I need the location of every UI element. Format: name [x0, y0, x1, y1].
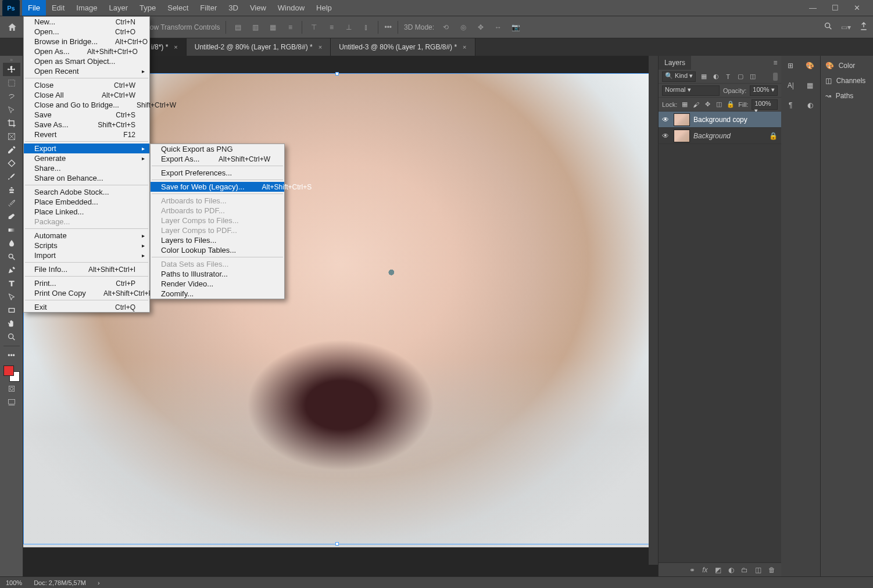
healingbrush-tool[interactable]	[3, 156, 20, 170]
menu-select[interactable]: Select	[162, 0, 194, 16]
menu-filter[interactable]: Filter	[194, 0, 223, 16]
edit-toolbar[interactable]: •••	[3, 349, 20, 362]
menu-item[interactable]: Browse in Bridge...Alt+Ctrl+O	[24, 37, 149, 46]
delete-layer-icon[interactable]: 🗑	[768, 566, 775, 574]
home-icon[interactable]	[5, 20, 20, 35]
menu-item[interactable]: Place Embedded...	[24, 197, 149, 207]
filter-toggle[interactable]	[773, 73, 778, 81]
menu-item[interactable]: Render Video...	[151, 279, 284, 289]
opacity-field[interactable]: 100% ▾	[750, 85, 777, 96]
collapsed-panel-channels[interactable]: ◫Channels	[821, 73, 873, 88]
search-icon[interactable]	[824, 21, 833, 33]
menu-item[interactable]: Paths to Illustrator...	[151, 269, 284, 279]
adjustment-layer-icon[interactable]: ◐	[728, 566, 734, 574]
distribute-icon[interactable]: ⫿	[360, 21, 372, 33]
menu-item[interactable]: Share...	[24, 163, 149, 173]
menu-item[interactable]: File Info...Alt+Shift+Ctrl+I	[24, 264, 149, 274]
brush-tool[interactable]	[3, 170, 20, 183]
blur-tool[interactable]	[3, 236, 20, 250]
show-transform[interactable]: ow Transform Controls	[141, 23, 220, 31]
lock-image-icon[interactable]: 🖌	[692, 100, 700, 109]
zoom-level[interactable]: 100%	[6, 579, 22, 586]
blend-mode[interactable]: Normal ▾	[662, 85, 720, 96]
close-tab-icon[interactable]: ×	[319, 44, 322, 51]
share-icon[interactable]	[859, 21, 868, 33]
type-tool[interactable]	[3, 277, 20, 290]
filter-kind[interactable]: 🔍 Kind ▾	[662, 71, 696, 82]
filter-smart-icon[interactable]: ◫	[748, 72, 757, 81]
mode-slide-icon[interactable]: ↔	[492, 21, 504, 33]
align-left-icon[interactable]: ▤	[232, 21, 244, 33]
menu-item[interactable]: Save As...Shift+Ctrl+S	[24, 120, 149, 130]
layer-row[interactable]: 👁 Background 🔒	[659, 128, 781, 144]
filter-type-icon[interactable]: T	[724, 72, 732, 81]
menu-item[interactable]: Color Lookup Tables...	[151, 245, 284, 255]
align-top-icon[interactable]: ⊤	[308, 21, 320, 33]
close-tab-icon[interactable]: ×	[463, 44, 466, 51]
character-icon[interactable]: A|	[784, 79, 797, 92]
foreground-color[interactable]	[3, 365, 14, 376]
menu-3d[interactable]: 3D	[223, 0, 244, 16]
layers-tab[interactable]: Layers	[659, 56, 691, 70]
pathselect-tool[interactable]	[3, 290, 20, 303]
menu-item[interactable]: Print One CopyAlt+Shift+Ctrl+P	[24, 288, 149, 298]
document-tab[interactable]: Untitled-2 @ 80% (Layer 1, RGB/8#) *×	[187, 38, 331, 56]
mode-zoom-icon[interactable]: 📷	[510, 21, 521, 33]
menu-item[interactable]: Generate▸	[24, 153, 149, 163]
rectangle-tool[interactable]	[3, 303, 20, 317]
crop-tool[interactable]	[3, 116, 20, 130]
menu-item[interactable]: RevertF12	[24, 130, 149, 139]
filter-pixel-icon[interactable]: ▦	[699, 72, 708, 81]
lock-artboard-icon[interactable]: ◫	[715, 100, 724, 109]
color-swatches[interactable]	[3, 365, 20, 382]
zoom-tool[interactable]	[3, 330, 20, 343]
menu-help[interactable]: Help	[310, 0, 338, 16]
menu-item[interactable]: Close AllAlt+Ctrl+W	[24, 90, 149, 100]
more-icon[interactable]: •••	[384, 23, 392, 31]
maximize-icon[interactable]: ☐	[832, 3, 839, 12]
menu-item[interactable]: Import▸	[24, 250, 149, 260]
menu-item[interactable]: Search Adobe Stock...	[24, 187, 149, 197]
menu-item[interactable]: ExitCtrl+Q	[24, 302, 149, 312]
new-layer-icon[interactable]: ◫	[755, 566, 761, 574]
close-tab-icon[interactable]: ×	[174, 44, 177, 51]
gradient-tool[interactable]	[3, 223, 20, 236]
layer-thumbnail[interactable]	[674, 113, 690, 126]
menu-item[interactable]: Export As...Alt+Shift+Ctrl+W	[151, 154, 284, 164]
menu-edit[interactable]: Edit	[46, 0, 70, 16]
eraser-tool[interactable]	[3, 210, 20, 223]
menu-item[interactable]: Open As...Alt+Shift+Ctrl+O	[24, 46, 149, 56]
minimize-icon[interactable]: —	[809, 3, 817, 12]
menu-item[interactable]: Automate▸	[24, 231, 149, 241]
dodge-tool[interactable]	[3, 250, 20, 263]
group-icon[interactable]: 🗀	[741, 566, 748, 574]
menu-image[interactable]: Image	[70, 0, 103, 16]
menu-item[interactable]: SaveCtrl+S	[24, 110, 149, 120]
screenmode-tool[interactable]	[3, 395, 20, 408]
visibility-icon[interactable]: 👁	[662, 116, 670, 124]
filter-adjust-icon[interactable]: ◐	[711, 72, 720, 81]
fill-field[interactable]: 100% ▾	[752, 99, 777, 110]
menu-item[interactable]: CloseCtrl+W	[24, 80, 149, 90]
menu-item[interactable]: Close and Go to Bridge...Shift+Ctrl+W	[24, 100, 149, 110]
color-icon[interactable]: 🎨	[804, 59, 817, 72]
panel-menu-icon[interactable]: ≡	[770, 59, 781, 67]
adjustments-icon[interactable]: ◐	[804, 99, 817, 112]
vertical-scrollbar[interactable]	[649, 56, 658, 565]
menu-layer[interactable]: Layer	[103, 0, 134, 16]
clonestamp-tool[interactable]	[3, 183, 20, 196]
menu-item[interactable]: Export▸	[24, 144, 149, 153]
menu-item[interactable]: Print...Ctrl+P	[24, 278, 149, 288]
paragraph-icon[interactable]: ¶	[784, 99, 797, 112]
collapsed-panel-paths[interactable]: ↝Paths	[821, 88, 873, 103]
menu-item[interactable]: New...Ctrl+N	[24, 17, 149, 27]
align-bottom-icon[interactable]: ⊥	[343, 21, 355, 33]
menu-item[interactable]: Open as Smart Object...	[24, 56, 149, 66]
layer-row[interactable]: 👁 Background copy	[659, 112, 781, 128]
quickselect-tool[interactable]	[3, 103, 20, 116]
menu-item[interactable]: Zoomify...	[151, 289, 284, 299]
menu-window[interactable]: Window	[272, 0, 310, 16]
status-arrow-icon[interactable]: ›	[98, 579, 100, 586]
menu-view[interactable]: View	[244, 0, 272, 16]
filter-shape-icon[interactable]: ▢	[736, 72, 745, 81]
